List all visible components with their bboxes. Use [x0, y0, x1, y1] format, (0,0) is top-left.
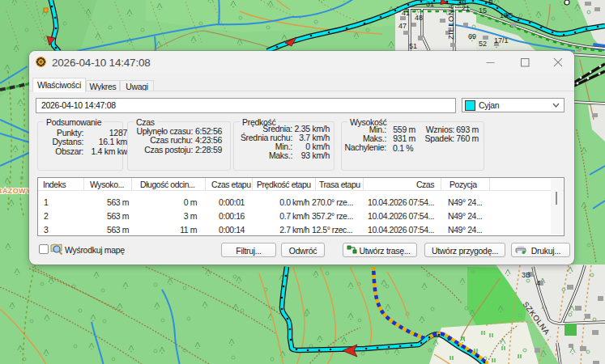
svg-text:15: 15 — [479, 6, 487, 15]
svg-text:31: 31 — [426, 0, 434, 8]
svg-text:18C: 18C — [500, 11, 513, 19]
svg-text:51: 51 — [409, 42, 417, 50]
svg-text:4: 4 — [536, 279, 540, 287]
svg-text:RAZOWY: RAZOWY — [0, 187, 31, 195]
svg-text:B: B — [488, 0, 493, 6]
svg-text:69: 69 — [468, 32, 476, 40]
svg-text:41: 41 — [402, 9, 410, 17]
svg-text:17/1: 17/1 — [494, 36, 509, 44]
svg-text:52: 52 — [479, 40, 487, 48]
svg-text:47: 47 — [398, 22, 407, 30]
svg-text:3B: 3B — [522, 271, 530, 279]
svg-text:3B: 3B — [458, 0, 467, 6]
svg-text:ZIELONA: ZIELONA — [446, 4, 455, 40]
svg-text:48: 48 — [415, 14, 423, 22]
